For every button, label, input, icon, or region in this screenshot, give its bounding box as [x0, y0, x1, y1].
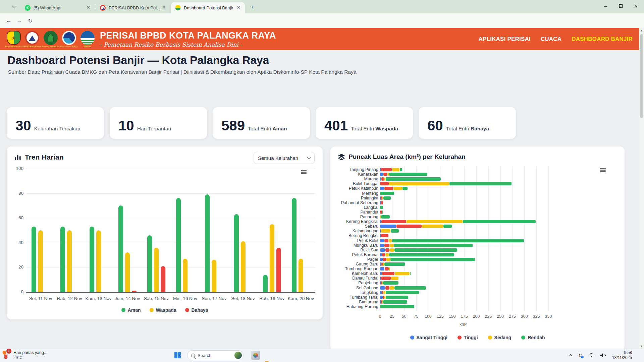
gridline: [26, 193, 315, 194]
x-axis-label: Sen, 17 Nov: [198, 296, 230, 301]
page-scrollbar[interactable]: ▲ ▼: [639, 28, 644, 349]
gridline: [548, 167, 549, 311]
site-title: PERISAI BPBD KOTA PALANGKA RAYA: [100, 31, 276, 41]
minimize-icon[interactable]: ─: [598, 0, 613, 12]
kelurahan-label: Tumbang Rungan: [330, 266, 378, 271]
segment-tinggi: [385, 286, 389, 290]
logo-image: [80, 31, 95, 45]
y-axis-label: 40: [9, 240, 23, 245]
x-axis-label: Min, 16 Nov: [169, 296, 201, 301]
segment-rendah: [380, 305, 414, 308]
nav-item-aplikasi-perisai[interactable]: APLIKASI PERISAI: [479, 36, 531, 43]
browser-tab-dashboard[interactable]: Dashboard Potensi Banjir✕: [171, 2, 245, 13]
legend-item-waspada[interactable]: Waspada: [150, 307, 176, 313]
explorer-taskbar-icon[interactable]: [264, 360, 274, 362]
chart-menu-icon[interactable]: [600, 168, 606, 172]
tab-close-icon[interactable]: ✕: [162, 5, 166, 11]
segment-rendah: [380, 192, 394, 195]
segment-rendah: [410, 272, 411, 275]
segment-sangat-tinggi: [380, 296, 383, 299]
segment-sedang: [384, 291, 385, 294]
scroll-up-icon[interactable]: ▲: [639, 29, 644, 32]
tab-label: (5) WhatsApp: [34, 5, 60, 10]
stacked-bar-langkai: [380, 206, 383, 209]
search-placeholder: Search: [198, 353, 234, 358]
legend-label: Rendah: [528, 335, 545, 340]
logo-bpbd-kota-palangka-raya: BPBD Kota Palangka Raya: [24, 31, 40, 48]
legend-item-bahaya[interactable]: Bahaya: [185, 307, 208, 313]
legend-item-sangat-tinggi[interactable]: Sangat Tinggi: [410, 335, 447, 340]
segment-tinggi: [381, 220, 406, 223]
column-aman: [234, 214, 239, 292]
chart-title: Tren Harian: [25, 153, 64, 161]
taskbar-clock[interactable]: 9:58 13/11/2025: [612, 350, 632, 360]
segment-tinggi: [384, 239, 388, 242]
segment-tinggi: [385, 248, 389, 252]
perisai-favicon: [100, 5, 106, 11]
y-axis-label: 20: [9, 264, 23, 269]
new-tab-button[interactable]: +: [248, 3, 256, 11]
start-button[interactable]: [174, 352, 181, 358]
scroll-down-icon[interactable]: ▼: [639, 345, 644, 348]
thermometer-icon: 1: [3, 350, 11, 360]
segment-rendah: [390, 258, 475, 261]
photos-taskbar-icon[interactable]: [251, 351, 260, 360]
tab-close-icon[interactable]: ✕: [235, 5, 241, 11]
kelurahan-label: Tanjung Pinang: [330, 167, 378, 172]
browser-tab-whatsapp[interactable]: (5) WhatsApp✕: [21, 2, 95, 13]
gridline: [524, 167, 525, 311]
column-aman: [292, 198, 297, 292]
sync-update-icon[interactable]: ↻: [578, 352, 583, 359]
stacked-bar-tumbang-rungan: [380, 267, 390, 270]
legend-item-sedang[interactable]: Sedang: [488, 335, 512, 340]
time: 9:58: [612, 350, 632, 355]
browser-tab-perisai[interactable]: PERISAI BPBD Kota Palangka Ra✕: [96, 2, 170, 13]
logo-image: [25, 31, 39, 45]
segment-sedang: [380, 215, 381, 219]
wifi-icon[interactable]: [588, 353, 594, 357]
close-icon[interactable]: ✕: [629, 0, 644, 12]
tab-close-icon[interactable]: ✕: [85, 5, 91, 11]
back-icon[interactable]: ←: [4, 16, 13, 25]
nav-item-dashboard-banjir[interactable]: DASHBOARD BANJIR: [572, 36, 633, 43]
luas-area-panel: Puncak Luas Area (km²) per Kelurahan 025…: [330, 146, 625, 351]
x-axis-tick: 275: [505, 314, 519, 319]
site-tagline: - Pemetaan Resiko Berbasis Sistem Analis…: [100, 41, 276, 48]
chart-menu-icon[interactable]: [301, 170, 307, 174]
x-axis-label: Rab, 12 Nov: [53, 296, 86, 301]
volume-muted-icon[interactable]: ×: [600, 353, 606, 357]
reload-icon[interactable]: ↻: [25, 16, 35, 25]
legend-item-aman[interactable]: Aman: [121, 307, 141, 313]
column-aman: [32, 227, 36, 292]
column-aman: [205, 194, 210, 292]
taskbar-search[interactable]: Search: [187, 350, 244, 360]
kelurahan-label: Panarung: [330, 215, 378, 219]
segment-rendah: [383, 281, 398, 285]
stacked-bar-pager: [380, 258, 475, 261]
forward-icon[interactable]: →: [15, 16, 24, 25]
legend-label: Aman: [128, 307, 141, 313]
kelurahan-label: Sabaru: [330, 224, 378, 229]
maximize-icon[interactable]: [613, 0, 629, 12]
legend-item-rendah[interactable]: Rendah: [521, 335, 545, 340]
x-axis-tick: 125: [433, 314, 447, 319]
tab-label: Dashboard Potensi Banjir: [184, 5, 233, 10]
nav-item-cuaca[interactable]: CUACA: [541, 36, 561, 43]
page-title: Dashboard Potensi Banjir — Kota Palangka…: [7, 54, 269, 67]
kelurahan-label: Langkai: [330, 205, 378, 210]
chart-title: Puncak Luas Area (km²) per Kelurahan: [348, 153, 466, 161]
kelurahan-label: Bukit Sua: [330, 248, 378, 252]
scrollbar-thumb[interactable]: [640, 34, 643, 118]
segment-sangat-tinggi: [380, 244, 384, 247]
kelurahan-filter-dropdown[interactable]: Semua Kelurahan: [254, 152, 315, 164]
taskbar-weather-widget[interactable]: 1 Hari panas yang... 29°C: [3, 350, 47, 360]
column-aman: [147, 235, 152, 292]
segment-rendah: [381, 215, 390, 219]
legend-label: Bahaya: [192, 307, 208, 313]
legend-item-tinggi[interactable]: Tinggi: [458, 335, 478, 340]
segment-sedang: [392, 168, 399, 171]
x-axis-label: Jum, 14 Nov: [111, 296, 144, 301]
legend-dot: [488, 336, 492, 340]
tab-search-icon[interactable]: [10, 3, 19, 11]
bar-chart-icon: [14, 154, 21, 161]
